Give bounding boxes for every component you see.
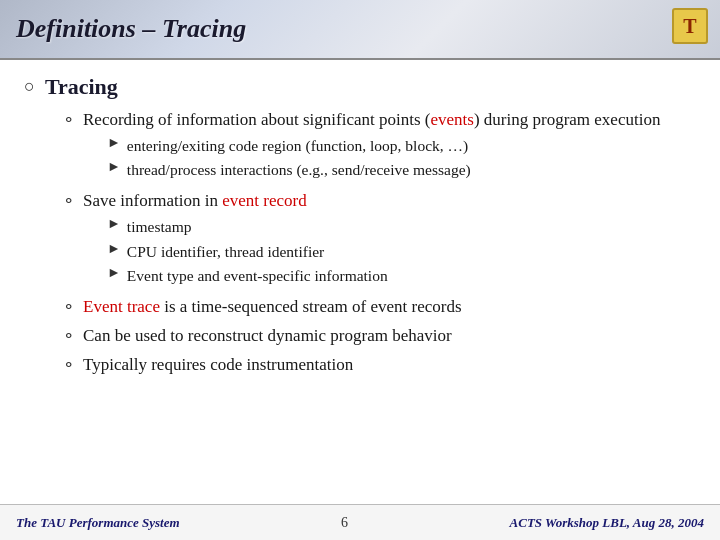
- sub-text-recording: Recording of information about significa…: [83, 108, 660, 184]
- subsub-bullet-2-3: ►: [107, 265, 121, 281]
- footer-left: The TAU Performance System: [16, 515, 180, 531]
- sub-item-instrumentation: ⚬ Typically requires code instrumentatio…: [62, 353, 696, 377]
- subsub-item-2-2: ► CPU identifier, thread identifier: [107, 241, 388, 263]
- slide-title: Definitions – Tracing: [16, 14, 246, 44]
- subsub-text-2-2: CPU identifier, thread identifier: [127, 241, 324, 263]
- sub-bullet-4: ⚬: [62, 326, 75, 345]
- top-bullet: ○: [24, 76, 35, 97]
- subsub-bullet-1-2: ►: [107, 159, 121, 175]
- subsub-text-2-3: Event type and event-specific informatio…: [127, 265, 388, 287]
- sub-section: ⚬ Recording of information about signifi…: [62, 108, 696, 376]
- sub-text-event-trace: Event trace is a time-sequenced stream o…: [83, 295, 462, 319]
- sub-text-instrumentation: Typically requires code instrumentation: [83, 353, 353, 377]
- subsub-bullet-1-1: ►: [107, 135, 121, 151]
- subsub-text-1-2: thread/process interactions (e.g., send/…: [127, 159, 471, 181]
- subsub-item-1-1: ► entering/exiting code region (function…: [107, 135, 660, 157]
- highlight-events: events: [431, 110, 474, 129]
- top-label-tracing: Tracing: [45, 74, 118, 100]
- sub-bullet-3: ⚬: [62, 297, 75, 316]
- subsub-section-1: ► entering/exiting code region (function…: [107, 135, 660, 181]
- subsub-section-2: ► timestamp ► CPU identifier, thread ide…: [107, 216, 388, 287]
- sub-item-save: ⚬ Save information in event record ► tim…: [62, 189, 696, 290]
- subsub-item-2-1: ► timestamp: [107, 216, 388, 238]
- sub-text-save: Save information in event record ► times…: [83, 189, 388, 290]
- subsub-item-2-3: ► Event type and event-specific informat…: [107, 265, 388, 287]
- subsub-bullet-2-1: ►: [107, 216, 121, 232]
- slide-header: Definitions – Tracing T: [0, 0, 720, 60]
- tau-logo: T: [672, 8, 708, 44]
- sub-text-reconstruct: Can be used to reconstruct dynamic progr…: [83, 324, 452, 348]
- slide-footer: The TAU Performance System 6 ACTS Worksh…: [0, 504, 720, 540]
- sub-bullet-2: ⚬: [62, 191, 75, 210]
- subsub-text-2-1: timestamp: [127, 216, 192, 238]
- footer-right: ACTS Workshop LBL, Aug 28, 2004: [510, 515, 704, 531]
- slide-content: ○ Tracing ⚬ Recording of information abo…: [0, 60, 720, 392]
- top-item-tracing: ○ Tracing: [24, 74, 696, 100]
- sub-item-reconstruct: ⚬ Can be used to reconstruct dynamic pro…: [62, 324, 696, 348]
- footer-page-number: 6: [341, 515, 348, 531]
- sub-item-recording: ⚬ Recording of information about signifi…: [62, 108, 696, 184]
- subsub-bullet-2-2: ►: [107, 241, 121, 257]
- sub-bullet-5: ⚬: [62, 355, 75, 374]
- highlight-event-record: event record: [222, 191, 306, 210]
- sub-bullet-1: ⚬: [62, 110, 75, 129]
- subsub-item-1-2: ► thread/process interactions (e.g., sen…: [107, 159, 660, 181]
- subsub-text-1-1: entering/exiting code region (function, …: [127, 135, 468, 157]
- sub-item-event-trace: ⚬ Event trace is a time-sequenced stream…: [62, 295, 696, 319]
